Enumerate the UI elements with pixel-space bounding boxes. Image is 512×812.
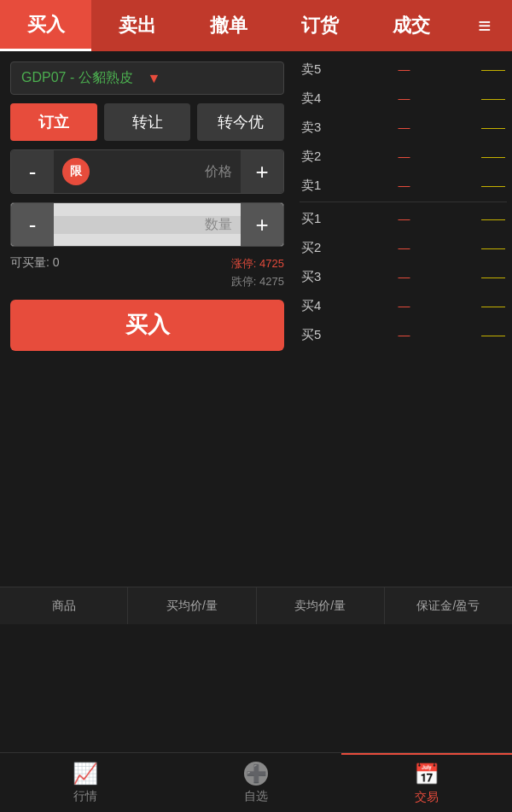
order-book-buy3: 买3 — ——	[296, 262, 510, 291]
price-plus-button[interactable]: +	[241, 150, 283, 193]
price-row: - 限 价格 +	[10, 149, 284, 194]
top-nav: 买入 卖出 撤单 订货 成交 ≡	[0, 0, 512, 51]
table-tabs: 商品 买均价/量 卖均价/量 保证金/盈亏	[0, 587, 512, 624]
dingLi-button[interactable]: 订立	[10, 103, 97, 141]
bottom-nav-watchlist[interactable]: ➕ 自选	[171, 753, 341, 812]
buy1-qty: ——	[480, 212, 505, 225]
bottom-nav: 📈 行情 ➕ 自选 📅 交易	[0, 752, 512, 812]
order-book-sell3: 卖3 — ——	[296, 113, 510, 142]
sell3-qty: ——	[480, 120, 505, 134]
limit-badge: 限	[62, 158, 90, 185]
nav-done[interactable]: 成交	[366, 0, 457, 51]
buy4-qty: ——	[480, 299, 505, 313]
watchlist-icon: ➕	[244, 762, 268, 786]
qty-plus-button[interactable]: +	[241, 203, 283, 246]
tab-product[interactable]: 商品	[0, 587, 128, 624]
hamburger-menu-button[interactable]: ≡	[457, 13, 512, 39]
nav-buy[interactable]: 买入	[0, 0, 91, 51]
nav-order[interactable]: 订货	[274, 0, 365, 51]
left-panel: GDP07 - 公貂熟皮 ▼ 订立 转让 转今优 - 限 价格 + -	[0, 51, 294, 587]
sell2-qty: ——	[480, 149, 505, 163]
buy5-qty: ——	[480, 328, 505, 342]
up-limit: 涨停: 4725	[231, 255, 284, 273]
orderbook-divider	[300, 202, 507, 202]
qty-inner: 数量	[54, 216, 241, 234]
product-code: GDP07 - 公貂熟皮	[21, 69, 148, 87]
sell1-qty: ——	[480, 178, 505, 192]
sell3-price: —	[329, 120, 480, 134]
content-section: GDP07 - 公貂熟皮 ▼ 订立 转让 转今优 - 限 价格 + -	[0, 51, 512, 587]
sell4-price: —	[329, 91, 480, 105]
sell2-price: —	[329, 149, 480, 163]
sell1-label: 卖1	[301, 178, 329, 194]
price-label: 价格	[96, 163, 232, 181]
buy3-price: —	[329, 270, 480, 283]
info-row: 可买量: 0 涨停: 4725 跌停: 4275	[10, 255, 284, 291]
order-book-buy5: 买5 — ——	[296, 320, 510, 349]
app-root: 买入 卖出 撤单 订货 成交 ≡ GDP07 - 公貂熟皮 ▼ 订	[0, 0, 512, 812]
order-book-sell5: 卖5 — ——	[296, 55, 510, 84]
tab-sell-avg[interactable]: 卖均价/量	[257, 587, 385, 624]
sell5-price: —	[329, 62, 480, 76]
trade-icon: 📅	[414, 762, 439, 786]
buy5-price: —	[329, 328, 480, 342]
zhuanJinYou-button[interactable]: 转今优	[197, 103, 284, 141]
market-icon: 📈	[73, 762, 98, 786]
bottom-nav-trade[interactable]: 📅 交易	[341, 753, 512, 812]
zhuanRang-button[interactable]: 转让	[104, 103, 191, 141]
price-minus-button[interactable]: -	[11, 150, 54, 193]
buy1-label: 买1	[301, 211, 329, 227]
sell1-price: —	[329, 178, 480, 192]
tab-buy-avg[interactable]: 买均价/量	[128, 587, 256, 624]
order-book-sell1: 卖1 — ——	[296, 171, 510, 200]
action-buttons: 订立 转让 转今优	[10, 103, 284, 141]
order-book-buy2: 买2 — ——	[296, 233, 510, 262]
order-book-buy4: 买4 — ——	[296, 291, 510, 320]
tab-margin[interactable]: 保证金/盈亏	[385, 587, 512, 624]
price-inner: 限 价格	[54, 158, 241, 185]
quantity-row: - 数量 +	[10, 202, 284, 247]
sell4-label: 卖4	[301, 91, 329, 107]
product-selector[interactable]: GDP07 - 公貂熟皮 ▼	[10, 61, 284, 95]
buy5-label: 买5	[301, 327, 329, 343]
nav-sell[interactable]: 卖出	[91, 0, 183, 51]
buy-button[interactable]: 买入	[10, 300, 284, 351]
available-text: 可买量: 0	[10, 255, 60, 271]
buy4-price: —	[329, 299, 480, 313]
chevron-down-icon: ▼	[148, 71, 274, 86]
sell5-qty: ——	[480, 62, 505, 76]
qty-label: 数量	[205, 216, 232, 234]
order-book-buy1: 买1 — ——	[296, 204, 510, 233]
buy3-label: 买3	[301, 269, 329, 285]
buy2-price: —	[329, 241, 480, 254]
sell2-label: 卖2	[301, 149, 329, 165]
buy3-qty: ——	[480, 270, 505, 283]
bottom-nav-market[interactable]: 📈 行情	[0, 753, 171, 812]
sell4-qty: ——	[480, 91, 505, 105]
buy2-qty: ——	[480, 241, 505, 254]
order-book-sell4: 卖4 — ——	[296, 84, 510, 113]
nav-cancel[interactable]: 撤单	[183, 0, 274, 51]
limit-info: 涨停: 4725 跌停: 4275	[231, 255, 284, 291]
buy2-label: 买2	[301, 240, 329, 256]
sell3-label: 卖3	[301, 120, 329, 136]
down-limit: 跌停: 4275	[231, 273, 284, 291]
buy1-price: —	[329, 212, 480, 225]
order-book-sell2: 卖2 — ——	[296, 142, 510, 171]
sell5-label: 卖5	[301, 61, 329, 78]
buy4-label: 买4	[301, 298, 329, 314]
order-book: 卖5 — —— 卖4 — —— 卖3 — —— 卖2 — —— 卖1 —	[294, 51, 512, 587]
qty-minus-button[interactable]: -	[11, 203, 54, 246]
